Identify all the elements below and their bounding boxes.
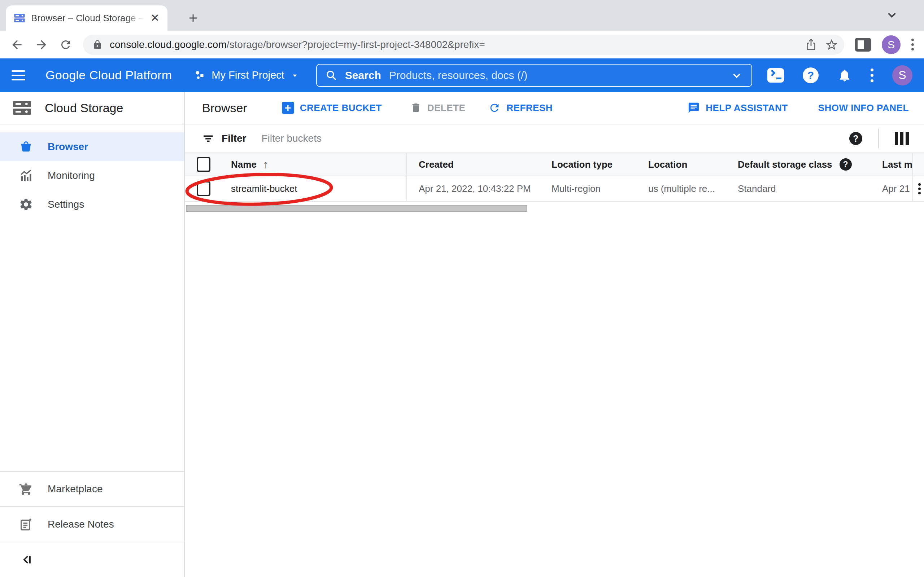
sidebar-nav: Browser Monitoring Settings (0, 124, 184, 219)
browser-url-bar: console.cloud.google.com/storage/browser… (0, 31, 924, 58)
lock-icon (92, 40, 102, 50)
gcp-header: Google Cloud Platform My First Project S… (0, 58, 924, 92)
trash-icon (410, 102, 422, 114)
address-bar[interactable]: console.cloud.google.com/storage/browser… (83, 35, 844, 55)
filter-row: Filter ? (185, 124, 924, 153)
tab-close-icon[interactable]: ✕ (150, 13, 160, 23)
delete-button[interactable]: DELETE (410, 102, 465, 114)
refresh-button[interactable]: REFRESH (488, 102, 552, 114)
row-menu-button[interactable] (918, 183, 921, 194)
column-header-created[interactable]: Created (407, 159, 541, 170)
share-button[interactable] (804, 38, 817, 51)
gcp-logo[interactable]: Google Cloud Platform (45, 68, 172, 82)
tab-title: Browser – Cloud Storage – My (31, 13, 145, 24)
create-bucket-button[interactable]: + CREATE BUCKET (282, 102, 382, 114)
sidebar-item-browser[interactable]: Browser (0, 132, 184, 161)
refresh-icon (488, 102, 501, 114)
project-dropdown-icon (290, 71, 300, 80)
page-title: Browser (202, 101, 247, 115)
help-assistant-button[interactable]: HELP ASSISTANT (688, 102, 788, 114)
plus-icon (187, 12, 199, 24)
sidebar-item-monitoring[interactable]: Monitoring (0, 161, 184, 190)
filter-icon (202, 132, 215, 145)
collapse-icon (20, 553, 34, 567)
header-checkbox-cell (185, 157, 220, 172)
header-more-button[interactable] (871, 69, 874, 82)
table-header: Name ↑ Created Location type Location De… (185, 153, 924, 176)
bucket-last-modified-cell: Apr 21 (873, 183, 913, 194)
browser-tab-strip: Browser – Cloud Storage – My ✕ (0, 0, 924, 31)
forward-button[interactable] (35, 38, 48, 52)
help-button[interactable]: ? (803, 68, 819, 83)
bucket-name-link[interactable]: streamlit-bucket (231, 183, 297, 194)
chat-bubble-icon (688, 102, 700, 114)
column-header-location[interactable]: Location (638, 159, 729, 170)
sidebar-footer: Marketplace Release Notes (0, 471, 184, 577)
sidebar-item-marketplace[interactable]: Marketplace (0, 471, 184, 506)
sidebar-item-label: Monitoring (48, 170, 95, 181)
filter-buckets-input[interactable] (261, 133, 442, 144)
filter-label: Filter (221, 133, 246, 144)
sort-ascending-icon: ↑ (263, 158, 268, 171)
search-label: Search (345, 69, 381, 82)
column-header-last-modified[interactable]: Last m (873, 159, 913, 170)
new-tab-button[interactable] (185, 10, 201, 26)
bucket-location-type-cell: Multi-region (541, 183, 638, 194)
row-checkbox[interactable] (197, 181, 210, 196)
column-header-location-type[interactable]: Location type (541, 159, 638, 170)
bookmark-star-button[interactable] (825, 38, 838, 52)
cloud-storage-icon (12, 98, 32, 118)
select-all-checkbox[interactable] (197, 157, 210, 172)
content-area: Cloud Storage Browser Monitoring (0, 92, 924, 577)
sidebar-item-release-notes[interactable]: Release Notes (0, 506, 184, 542)
release-notes-icon (19, 517, 33, 532)
url-text: console.cloud.google.com/storage/browser… (110, 39, 485, 50)
filter-help-icon[interactable]: ? (849, 132, 862, 145)
notifications-button[interactable] (837, 68, 852, 82)
main-pane: Browser + CREATE BUCKET DELETE REFRESH (185, 92, 924, 577)
search-icon (326, 69, 337, 81)
account-avatar[interactable]: S (892, 65, 913, 85)
bucket-icon (19, 140, 33, 154)
show-info-panel-button[interactable]: SHOW INFO PANEL (818, 102, 909, 114)
header-actions: ? S (767, 65, 913, 85)
side-panel-icon (858, 40, 864, 49)
column-header-name[interactable]: Name ↑ (220, 153, 407, 176)
storage-class-help-icon[interactable]: ? (840, 158, 852, 171)
sidebar-header: Cloud Storage (0, 92, 184, 124)
main-menu-button[interactable] (11, 70, 25, 81)
search-expand-chevron-icon[interactable] (730, 69, 743, 82)
side-panel-button[interactable] (855, 38, 871, 52)
sidebar-collapse-button[interactable] (0, 542, 184, 577)
monitoring-icon (19, 168, 33, 183)
column-display-options-button[interactable] (895, 132, 909, 145)
back-button[interactable] (10, 38, 24, 52)
horizontal-scrollbar-thumb[interactable] (186, 205, 527, 212)
bucket-name-cell[interactable]: streamlit-bucket (220, 176, 407, 201)
row-actions-cell (913, 176, 924, 201)
reload-button[interactable] (59, 38, 72, 51)
tab-search-chevron-icon[interactable] (885, 8, 899, 22)
sidebar-item-label: Release Notes (48, 519, 114, 530)
project-selector[interactable]: My First Project (194, 69, 299, 82)
global-search-bar[interactable]: Search Products, resources, docs (/) (316, 64, 752, 87)
cloud-shell-button[interactable] (767, 68, 784, 82)
header-actions-cell (913, 153, 924, 176)
sidebar-item-label: Browser (48, 141, 88, 153)
bucket-location-cell: us (multiple re... (638, 183, 729, 194)
url-domain: console.cloud.google.com (110, 39, 227, 50)
bell-icon (837, 68, 852, 82)
marketplace-cart-icon (19, 482, 33, 496)
sidebar: Cloud Storage Browser Monitoring (0, 92, 185, 577)
browser-tab[interactable]: Browser – Cloud Storage – My ✕ (6, 5, 168, 31)
gear-icon (19, 197, 33, 212)
sidebar-item-settings[interactable]: Settings (0, 190, 184, 219)
sidebar-title: Cloud Storage (45, 101, 123, 115)
bucket-storage-class-cell: Standard (729, 183, 873, 194)
project-name: My First Project (212, 69, 284, 81)
column-header-storage-class[interactable]: Default storage class ? (729, 158, 873, 171)
page-toolbar: Browser + CREATE BUCKET DELETE REFRESH (185, 92, 924, 124)
browser-profile-avatar[interactable]: S (882, 35, 901, 54)
table-row[interactable]: streamlit-bucket Apr 21, 2022, 10:43:22 … (185, 176, 924, 201)
browser-menu-button[interactable] (911, 39, 914, 50)
